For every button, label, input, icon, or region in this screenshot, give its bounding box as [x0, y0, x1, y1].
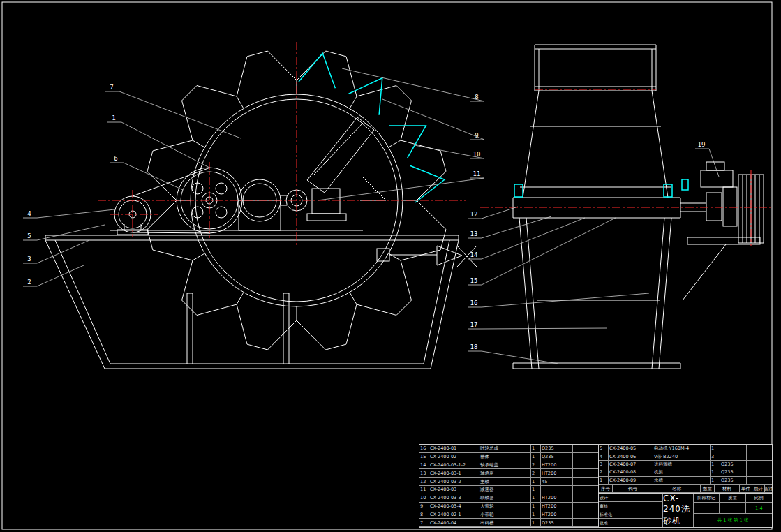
bom-cell: Q235: [720, 468, 747, 476]
bom-cell: CX-2400-04: [429, 519, 479, 527]
callout-number: 2: [27, 279, 31, 286]
callout-10: 10: [415, 145, 484, 158]
bom-cell: 8: [419, 510, 429, 519]
bom-cell: 2: [599, 468, 609, 476]
parts-row: 2CX-2400-08机架1Q235: [599, 468, 772, 476]
scale-value: 1:4: [746, 503, 772, 513]
parts-row: 11CX-2400-03减速器1: [419, 486, 598, 494]
wheel-spoke: [389, 140, 401, 147]
bom-cell: 轴承座: [479, 469, 531, 478]
bom-header-cell: 序号: [599, 485, 613, 493]
bom-cell: 减速器: [479, 486, 531, 494]
bom-cell: [573, 503, 598, 511]
drawing-title: CX-240洗砂机: [663, 494, 694, 527]
bom-cell: CX-2400-08: [609, 468, 653, 476]
bom-cell: CX-2400-03-4: [429, 503, 479, 511]
parts-row: 4CX-2400-06V带 B22403: [599, 452, 772, 460]
bom-cell: [541, 486, 573, 494]
callout-layer: 71645328910111213141516171819: [23, 68, 719, 364]
parts-row: 9CX-2400-03-4大带轮1HT200: [419, 503, 598, 511]
callout-number: 1: [112, 114, 115, 121]
parts-row: 16CX-2400-01叶轮总成1Q235: [419, 445, 598, 453]
bom-cell: 轴承端盖: [479, 461, 531, 470]
bom-cell: 1: [531, 445, 541, 453]
bom-cell: 1: [711, 468, 720, 476]
parts-row: 3CX-2400-07进料溜槽1Q235: [599, 461, 772, 468]
bom-cell: 3: [599, 461, 609, 468]
parts-table-right: 5CX-2400-05电动机 Y160M-414CX-2400-06V带 B22…: [599, 445, 772, 485]
wheel-spoke: [350, 293, 357, 304]
cyan-bucket-highlight: [349, 78, 382, 115]
drive-train: [110, 168, 363, 235]
bom-cell: 槽体: [479, 453, 531, 461]
bom-cell: CX-2400-09: [609, 477, 653, 485]
bom-cell: HT200: [541, 494, 573, 503]
bearing-right-highlight: [664, 184, 672, 197]
bom-cell: [747, 445, 772, 452]
stage-value: [694, 503, 720, 513]
bom-cell: [720, 452, 747, 460]
bom-cell: 1: [531, 494, 541, 503]
callout-15: 15: [468, 218, 616, 285]
bom-cell: 进料溜槽: [653, 461, 711, 468]
wheel-spoke: [193, 253, 204, 260]
bom-cell: 14: [419, 461, 429, 470]
callout-number: 13: [470, 230, 478, 237]
side-view: [513, 45, 764, 369]
bom-header-cell: 单件: [740, 485, 752, 493]
bom-header-cell: 代号: [613, 485, 653, 493]
bom-cell: [747, 461, 772, 468]
callout-19: 19: [695, 141, 719, 177]
wheel-spoke: [237, 293, 244, 304]
callout-number: 12: [470, 211, 478, 218]
parts-row: 14CX-2400-03-1-2轴承端盖2HT200: [419, 461, 598, 470]
bom-header-cell: 总计: [752, 485, 765, 493]
callout-number: 6: [114, 155, 117, 162]
bom-cell: CX-2400-07: [609, 461, 653, 468]
parts-table-header: 序号代号名称数量材料单件总计备注: [599, 485, 772, 493]
bom-cell: [720, 445, 747, 452]
bom-cell: 1: [531, 503, 541, 511]
callout-17: 17: [468, 321, 607, 329]
callout-13: 13: [468, 216, 551, 238]
trough-section: [513, 179, 688, 218]
scale-label: 比例: [746, 494, 772, 502]
callout-5: 5: [23, 225, 105, 240]
signature-cells: 设计审核标准化批准: [599, 494, 663, 527]
bom-cell: V带 B2240: [653, 452, 711, 460]
parts-row: 7CX-2400-04出料槽1Q235: [419, 519, 598, 527]
bom-cell: 1: [599, 477, 609, 485]
bom-cell: 水槽: [653, 477, 711, 485]
bom-cell: 1: [531, 486, 541, 494]
bom-cell: 1: [711, 445, 720, 452]
discharge-marks: [377, 246, 477, 267]
bom-cell: [573, 519, 598, 527]
bom-area: 16CX-2400-01叶轮总成1Q23515CX-2400-02槽体1Q235…: [419, 444, 773, 528]
callout-number: 19: [698, 141, 706, 148]
bom-cell: HT200: [541, 461, 573, 470]
wheel-spoke: [193, 140, 204, 147]
bom-cell: 7: [419, 519, 429, 527]
bom-header-cell: 材料: [715, 485, 740, 493]
callout-number: 3: [27, 256, 31, 263]
belt-bottom: [133, 232, 210, 233]
bom-cell: 15: [419, 453, 429, 461]
title-block-right: 阶段标记 质量 比例 1:4 共 1 张 第 1 张: [694, 494, 772, 527]
weight-value: [720, 503, 745, 513]
callout-number: 18: [470, 343, 478, 350]
bom-cell: 1: [711, 461, 720, 468]
title-block-values: 1:4: [694, 503, 772, 514]
sheet-info: 共 1 张 第 1 张: [694, 514, 772, 527]
callout-number: 11: [473, 170, 481, 177]
feed-chute: [307, 117, 386, 200]
bom-cell: 10: [419, 494, 429, 503]
callout-12: 12: [468, 207, 518, 219]
bom-cell: [573, 461, 598, 470]
wheel-spoke: [350, 96, 357, 108]
bom-cell: 2: [531, 469, 541, 478]
callout-number: 10: [473, 151, 481, 158]
bom-cell: 1: [711, 477, 720, 485]
bom-cell: CX-2400-01: [429, 445, 479, 453]
bom-cell: 叶轮总成: [479, 445, 531, 453]
bom-cell: 出料槽: [479, 519, 531, 527]
